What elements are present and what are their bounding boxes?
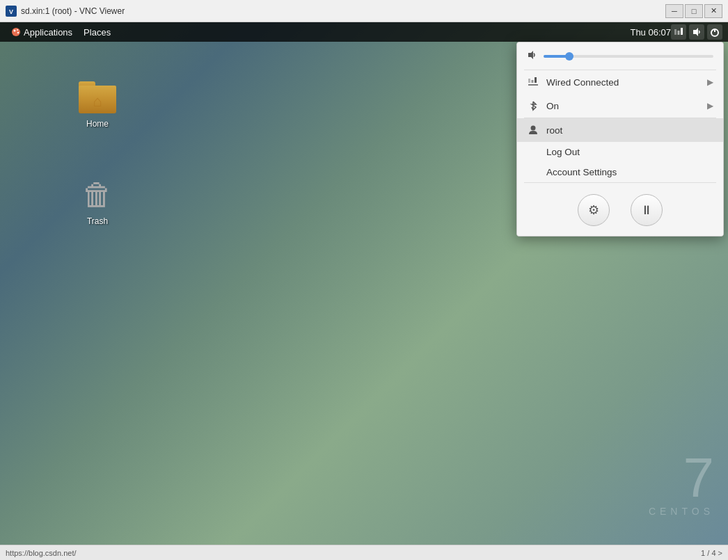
bluetooth-label: On — [546, 101, 700, 111]
svg-point-17 — [531, 126, 536, 131]
bluetooth-graphic — [528, 100, 538, 111]
close-button[interactable]: ✕ — [704, 4, 722, 18]
svg-rect-7 — [678, 31, 680, 35]
account-settings-label: Account Settings — [546, 167, 617, 177]
trash-graphic: 🗑 — [82, 177, 113, 212]
places-menu[interactable]: Places — [78, 26, 116, 39]
gnome-topbar: Applications Places Thu 06:07 — [0, 22, 728, 42]
svg-text:V: V — [9, 8, 13, 15]
svg-marker-9 — [693, 28, 698, 36]
applications-menu[interactable]: Applications — [6, 26, 78, 39]
vnc-status-page: 1 / 4 > — [701, 549, 722, 557]
power-indicator[interactable] — [707, 24, 722, 40]
applications-label: Applications — [24, 27, 72, 38]
svg-marker-12 — [528, 51, 533, 59]
trash-icon-label: Trash — [84, 216, 111, 227]
user-menu-item[interactable]: root — [517, 118, 723, 142]
speaker-icon — [527, 49, 538, 61]
wired-icon — [527, 76, 539, 88]
pause-circle-button[interactable]: ⏸ — [631, 194, 663, 226]
sound-indicator[interactable] — [689, 24, 704, 40]
power-icon — [709, 26, 720, 38]
user-icon — [527, 124, 539, 136]
desktop[interactable]: Applications Places Thu 06:07 — [0, 22, 728, 545]
vnc-icon: V — [6, 6, 17, 17]
settings-circle-icon: ⚙ — [588, 202, 599, 218]
svg-point-2 — [12, 28, 20, 36]
account-settings-menu-item[interactable]: Account Settings — [517, 162, 723, 182]
sound-icon — [691, 26, 702, 38]
bluetooth-arrow: ▶ — [707, 101, 713, 111]
home-icon-label: Home — [84, 118, 111, 129]
maximize-button[interactable]: □ — [685, 4, 703, 18]
topbar-right — [671, 24, 722, 40]
bluetooth-icon — [527, 99, 539, 112]
vnc-statusbar: https://blog.csdn.net/ 1 / 4 > — [0, 545, 728, 560]
svg-rect-13 — [528, 79, 530, 83]
bluetooth-menu-item[interactable]: On ▶ — [517, 94, 723, 118]
svg-rect-14 — [532, 80, 534, 83]
vnc-window: V sd.xin:1 (root) - VNC Viewer ─ □ ✕ — [0, 0, 728, 560]
volume-icon — [527, 49, 538, 63]
centos-brand-text: CENTOS — [649, 506, 714, 517]
network-menu-icon — [528, 77, 539, 88]
user-graphic — [528, 125, 539, 136]
svg-rect-6 — [674, 29, 676, 35]
wired-arrow: ▶ — [707, 77, 713, 87]
home-icon[interactable]: ⌂ Home — [70, 78, 125, 129]
window-controls: ─ □ ✕ — [665, 4, 722, 18]
svg-point-3 — [14, 30, 16, 32]
network-icon — [673, 26, 684, 38]
centos-version-number: 7 — [649, 450, 714, 506]
username-label: root — [546, 125, 713, 136]
svg-rect-8 — [681, 28, 683, 35]
places-label: Places — [84, 27, 111, 38]
volume-thumb[interactable] — [565, 52, 573, 61]
pause-circle-icon: ⏸ — [640, 203, 653, 218]
volume-slider[interactable] — [544, 55, 713, 58]
system-menu-panel: Wired Connected ▶ On ▶ — [516, 42, 724, 237]
volume-row — [517, 42, 723, 70]
title-bar: V sd.xin:1 (root) - VNC Viewer ─ □ ✕ — [0, 0, 728, 22]
minimize-button[interactable]: ─ — [665, 4, 683, 18]
svg-point-5 — [17, 32, 19, 33]
gnome-foot-icon — [11, 27, 21, 37]
svg-rect-15 — [535, 77, 537, 83]
bottom-buttons-row: ⚙ ⏸ — [517, 183, 723, 236]
gnome-clock: Thu 06:07 — [630, 27, 671, 38]
settings-circle-button[interactable]: ⚙ — [578, 194, 610, 226]
topbar-left: Applications Places — [6, 26, 116, 39]
window-title: sd.xin:1 (root) - VNC Viewer — [21, 6, 665, 16]
logout-menu-item[interactable]: Log Out — [517, 142, 723, 162]
folder-graphic: ⌂ — [79, 81, 116, 113]
trash-icon[interactable]: 🗑 Trash — [70, 175, 125, 227]
wired-menu-item[interactable]: Wired Connected ▶ — [517, 70, 723, 94]
svg-point-4 — [17, 29, 18, 31]
vnc-status-url: https://blog.csdn.net/ — [6, 549, 701, 557]
network-indicator[interactable] — [671, 24, 686, 40]
centos-watermark: 7 CENTOS — [649, 450, 714, 517]
wired-label: Wired Connected — [546, 77, 700, 88]
logout-label: Log Out — [546, 147, 580, 157]
